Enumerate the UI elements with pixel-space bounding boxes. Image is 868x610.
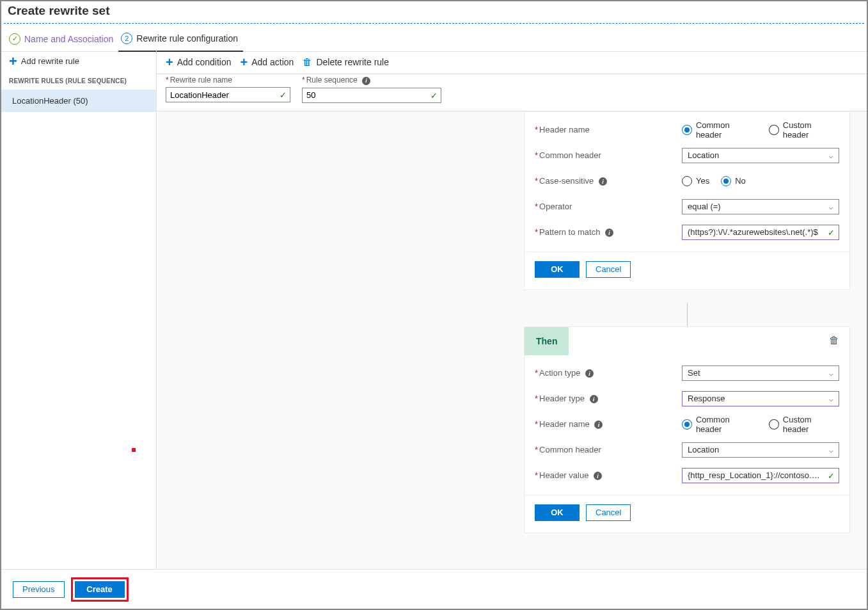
divider: [4, 23, 864, 24]
content-area: *Header name Common header Custom header…: [157, 111, 867, 570]
info-icon[interactable]: i: [590, 395, 598, 403]
rule-item-locationheader[interactable]: LocationHeader (50): [1, 90, 156, 112]
radio-yes[interactable]: Yes: [682, 176, 709, 186]
common-header-label: *Common header: [535, 445, 682, 454]
info-icon[interactable]: i: [605, 229, 613, 237]
rule-name-input[interactable]: [166, 87, 290, 102]
rule-seq-input[interactable]: [302, 88, 441, 103]
step-name-association[interactable]: ✓ Name and Association: [6, 27, 118, 51]
rule-seq-label: *Rule sequence i: [302, 76, 441, 85]
wizard-steps: ✓ Name and Association 2 Rewrite rule co…: [1, 26, 867, 52]
add-condition-label: Add condition: [177, 57, 232, 67]
cancel-button[interactable]: Cancel: [586, 261, 631, 278]
page-title: Create rewrite set: [1, 1, 867, 23]
rules-header: REWRITE RULES (RULE SEQUENCE): [1, 72, 156, 90]
header-value-input[interactable]: {http_resp_Location_1}://contoso.com{htt…: [682, 468, 839, 483]
create-highlight: Create: [71, 577, 129, 602]
operator-select[interactable]: equal (=)⌵: [682, 199, 839, 214]
header-name-label: *Header name i: [535, 419, 682, 429]
info-icon[interactable]: i: [594, 421, 603, 429]
chevron-down-icon: ⌵: [829, 151, 833, 159]
plus-icon: +: [9, 57, 17, 66]
add-rewrite-rule-button[interactable]: + Add rewrite rule: [1, 50, 156, 72]
step-number-icon: 2: [121, 33, 132, 44]
radio-no[interactable]: No: [721, 176, 746, 186]
header-type-label: *Header type i: [535, 394, 682, 404]
chevron-down-icon: ⌵: [829, 394, 833, 403]
pattern-input[interactable]: (https?):\/\/.*azurewebsites\.net(.*)$✓: [682, 225, 839, 240]
action-panel: Then 🗑 *Action type i Set⌵ *Header type …: [524, 326, 850, 533]
action-type-label: *Action type i: [535, 368, 682, 378]
info-icon[interactable]: i: [585, 369, 594, 378]
add-action-label: Add action: [251, 57, 294, 67]
radio-common-header[interactable]: Common header: [682, 120, 757, 140]
trash-icon: 🗑: [303, 56, 312, 67]
check-icon: ✓: [828, 227, 835, 237]
plus-icon: +: [241, 58, 248, 67]
delete-rule-label: Delete rewrite rule: [316, 57, 389, 67]
radio-custom-header[interactable]: Custom header: [769, 120, 839, 140]
ok-button[interactable]: OK: [535, 261, 580, 278]
plus-icon: +: [166, 58, 173, 67]
toolbar: + Add condition + Add action 🗑 Delete re…: [157, 50, 867, 74]
header-value-label: *Header value i: [535, 470, 682, 481]
info-icon[interactable]: i: [362, 77, 370, 85]
common-header-select[interactable]: Location⌵: [682, 148, 839, 163]
common-header-label: *Common header: [535, 150, 682, 160]
previous-button[interactable]: Previous: [13, 581, 65, 598]
red-marker: [132, 448, 136, 452]
action-type-select[interactable]: Set⌵: [682, 365, 839, 381]
cancel-button[interactable]: Cancel: [586, 504, 631, 521]
check-icon: ✓: [280, 90, 287, 100]
ok-button[interactable]: OK: [535, 504, 580, 521]
check-icon: ✓: [828, 470, 835, 480]
add-condition-button[interactable]: + Add condition: [166, 57, 232, 67]
footer: Previous Create: [1, 569, 867, 609]
info-icon[interactable]: i: [594, 472, 602, 480]
add-action-button[interactable]: + Add action: [241, 57, 294, 67]
step-rewrite-config[interactable]: 2 Rewrite rule configuration: [118, 26, 243, 52]
radio-custom-header[interactable]: Custom header: [769, 415, 839, 434]
condition-panel: *Header name Common header Custom header…: [524, 111, 850, 290]
check-icon: ✓: [9, 33, 20, 45]
then-badge: Then: [525, 327, 569, 355]
check-icon: ✓: [430, 90, 438, 100]
pattern-label: *Pattern to match i: [535, 227, 682, 237]
rule-header-form: *Rewrite rule name ✓ *Rule sequence i ✓: [157, 74, 867, 111]
chevron-down-icon: ⌵: [829, 202, 833, 211]
chevron-down-icon: ⌵: [829, 445, 833, 454]
header-name-label: *Header name: [535, 125, 682, 134]
create-button[interactable]: Create: [75, 581, 125, 598]
step-label: Rewrite rule configuration: [136, 33, 238, 44]
sidebar: + Add rewrite rule REWRITE RULES (RULE S…: [1, 50, 157, 569]
radio-common-header[interactable]: Common header: [682, 415, 757, 434]
rule-name-label: *Rewrite rule name: [166, 76, 290, 84]
header-type-select[interactable]: Response⌵: [682, 391, 839, 406]
step-label: Name and Association: [24, 34, 113, 44]
operator-label: *Operator: [535, 202, 682, 211]
connector-line: [687, 303, 688, 326]
case-sensitive-label: *Case-sensitive i: [535, 176, 682, 186]
common-header-select[interactable]: Location⌵: [682, 442, 839, 458]
add-rule-label: Add rewrite rule: [21, 56, 79, 66]
delete-rule-button[interactable]: 🗑 Delete rewrite rule: [303, 56, 389, 67]
chevron-down-icon: ⌵: [829, 369, 833, 377]
info-icon[interactable]: i: [599, 177, 607, 186]
delete-action-button[interactable]: 🗑: [829, 327, 839, 346]
